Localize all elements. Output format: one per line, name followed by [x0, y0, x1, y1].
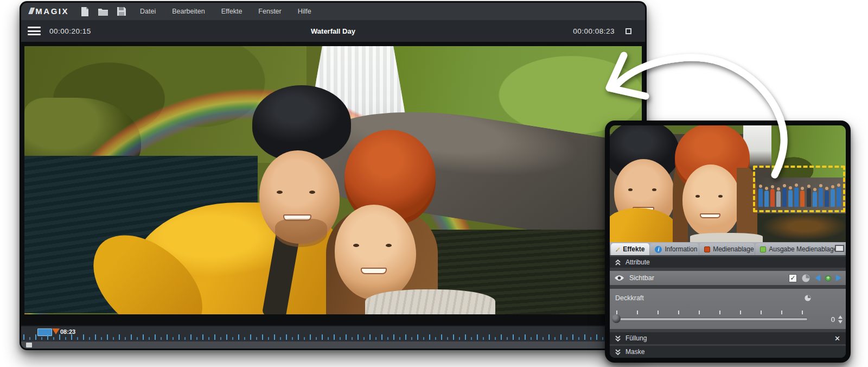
scrollbar-handle[interactable]	[26, 343, 32, 347]
menu-bar: /// MAGIX Datei Bearbeiten Effekte Fenst…	[21, 3, 645, 20]
tab-label: Medienablage	[713, 245, 754, 253]
tab-medienablage[interactable]: Medienablage	[699, 243, 755, 255]
menu-effekte[interactable]: Effekte	[221, 8, 242, 15]
green-media-icon	[760, 246, 766, 252]
woman-sweater-small	[690, 233, 763, 242]
deckkraft-slider-thumb[interactable]	[612, 314, 621, 323]
previous-keyframe-icon[interactable]	[815, 275, 820, 281]
woman-face	[335, 205, 416, 300]
info-icon: i	[655, 246, 662, 253]
woman-sweater	[365, 289, 495, 314]
video-scene	[24, 46, 642, 314]
deckkraft-label: Deckkraft	[615, 294, 644, 302]
page: { "colors": { "menu_bar_bg": "#34373b", …	[0, 0, 868, 367]
tab-label: Effekte	[623, 245, 644, 253]
attribute-section-header[interactable]: Attribute	[610, 257, 846, 268]
magix-logo: /// MAGIX	[29, 7, 69, 16]
spin-up-icon[interactable]	[838, 315, 843, 319]
add-keyframe-icon[interactable]: +	[825, 275, 831, 281]
transport-bar: 00:00:20:15 Waterfall Day 00:00:08:23	[21, 20, 645, 42]
sichtbar-label: Sichtbar	[629, 274, 654, 282]
next-keyframe-icon[interactable]	[836, 275, 841, 281]
tab-information[interactable]: i Information	[650, 243, 699, 255]
deckkraft-slider-track[interactable]	[615, 318, 808, 321]
fuellung-section-header[interactable]: Füllung ✕	[610, 332, 846, 344]
woman-eye	[386, 244, 392, 247]
menu-hilfe[interactable]: Hilfe	[298, 8, 311, 15]
file-toolbar	[81, 7, 126, 16]
tab-label: Information	[665, 245, 697, 253]
eye-icon	[614, 275, 624, 281]
timeline-ruler	[23, 334, 643, 340]
timeline-scrollbar[interactable]	[21, 341, 645, 349]
expand-icon	[615, 349, 621, 355]
effects-panel-window: Effekte i Information Medienablage Ausga…	[605, 121, 851, 363]
panel-preview-photo	[610, 125, 846, 242]
maximize-icon[interactable]	[626, 28, 631, 34]
timecode-duration: 00:00:08:23	[573, 27, 615, 35]
editor-window: /// MAGIX Datei Bearbeiten Effekte Fenst…	[20, 1, 647, 350]
spin-down-icon[interactable]	[838, 320, 843, 324]
tab-label: Ausgabe Medienablage	[769, 245, 837, 253]
slider-tick-marks	[616, 311, 807, 314]
timeline[interactable]: 08:23	[21, 325, 645, 341]
panel-body: Attribute Sichtbar ✓ + Deckkraft 0	[610, 255, 846, 358]
menu-datei[interactable]: Datei	[140, 8, 156, 15]
man-eye	[309, 191, 315, 194]
sichtbar-row: Sichtbar ✓ +	[610, 271, 846, 285]
sichtbar-checkbox[interactable]: ✓	[789, 274, 797, 282]
sichtbar-controls: ✓ +	[789, 274, 841, 282]
playhead-marker[interactable]	[52, 328, 60, 334]
selection-marquee[interactable]	[753, 166, 845, 212]
man-beard	[275, 219, 327, 247]
woman-eye-small	[695, 195, 700, 198]
man-black-beanie	[252, 85, 351, 161]
expand-icon	[615, 336, 621, 341]
collapse-icon	[615, 260, 621, 265]
woman-eye	[353, 244, 359, 247]
orange-media-icon	[704, 246, 710, 252]
brush-icon	[616, 246, 620, 253]
attribute-label: Attribute	[626, 258, 650, 266]
man-eye-small	[628, 188, 633, 191]
tab-effekte[interactable]: Effekte	[611, 243, 649, 255]
open-folder-icon[interactable]	[98, 8, 108, 16]
deckkraft-spinner	[838, 315, 843, 324]
menu-fenster[interactable]: Fenster	[258, 8, 281, 15]
maske-section-header[interactable]: Maske	[610, 346, 846, 358]
save-icon[interactable]	[117, 7, 126, 16]
woman-smile	[361, 268, 387, 274]
keyframe-clock-icon[interactable]	[802, 274, 810, 282]
monitor-icon[interactable]	[835, 245, 844, 252]
tab-ausgabe-medienablage[interactable]: Ausgabe Medienablage	[755, 243, 844, 255]
close-icon[interactable]: ✕	[834, 334, 840, 343]
woman-face-small	[682, 164, 741, 237]
menu-bearbeiten[interactable]: Bearbeiten	[172, 8, 205, 15]
man-eye-small	[652, 188, 656, 191]
deckkraft-value: 0	[831, 315, 835, 324]
man-eye	[277, 191, 283, 194]
brand-name: MAGIX	[35, 7, 69, 16]
menu-items: Datei Bearbeiten Effekte Fenster Hilfe	[140, 8, 311, 15]
new-file-icon[interactable]	[81, 7, 89, 16]
fuellung-label: Füllung	[626, 334, 647, 342]
deckkraft-clock-icon[interactable]	[805, 295, 811, 301]
logo-slashes: ///	[29, 7, 33, 16]
preview-title: Waterfall Day	[21, 27, 645, 35]
panel-tab-bar: Effekte i Information Medienablage Ausga…	[610, 242, 846, 255]
video-preview[interactable]	[21, 42, 645, 325]
deckkraft-block: Deckkraft 0	[610, 289, 846, 329]
woman-eye-small	[718, 195, 723, 198]
maske-label: Maske	[626, 348, 644, 356]
woman-smile-small	[700, 213, 720, 218]
